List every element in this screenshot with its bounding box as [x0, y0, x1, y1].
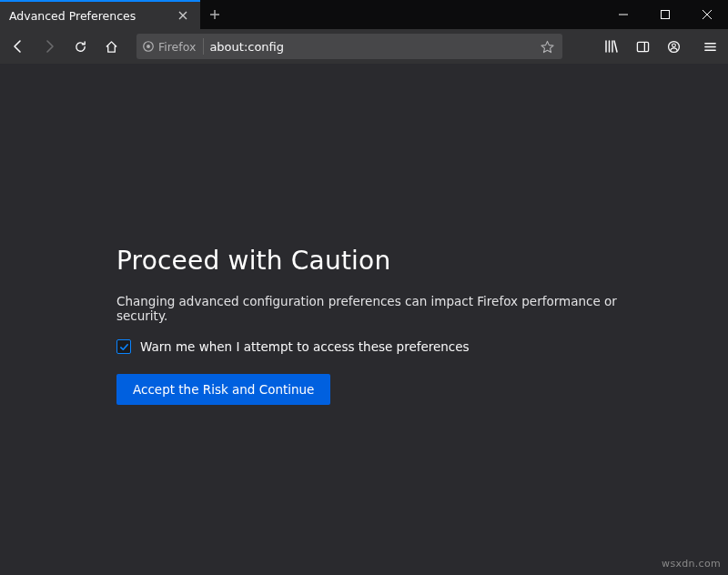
url-input[interactable] [209, 40, 531, 54]
back-button[interactable] [4, 33, 33, 60]
account-button[interactable] [659, 33, 688, 60]
identity-label: Firefox [158, 40, 196, 54]
nav-toolbar: Firefox [0, 29, 728, 64]
tab-active[interactable]: Advanced Preferences [0, 0, 200, 29]
toolbar-right [570, 33, 724, 60]
about-config-warning: Proceed with Caution Changing advanced c… [0, 64, 728, 575]
library-button[interactable] [597, 33, 626, 60]
tab-title: Advanced Preferences [9, 9, 167, 23]
svg-rect-3 [637, 42, 648, 51]
titlebar: Advanced Preferences [0, 0, 728, 29]
warn-checkbox-row[interactable]: Warn me when I attempt to access these p… [116, 339, 728, 354]
firefox-icon [142, 40, 155, 53]
identity-box[interactable]: Firefox [142, 38, 204, 55]
minimize-icon [619, 10, 628, 19]
close-icon [703, 10, 712, 19]
reload-button[interactable] [66, 33, 95, 60]
svg-point-5 [672, 43, 675, 46]
tab-strip: Advanced Preferences [0, 0, 229, 29]
window-maximize-button[interactable] [644, 0, 686, 29]
checkmark-icon [119, 342, 129, 352]
new-tab-button[interactable] [200, 0, 229, 29]
sidebar-icon [636, 40, 650, 54]
tab-close-button[interactable] [175, 7, 191, 24]
bookmark-button[interactable] [537, 40, 557, 54]
watermark: wsxdn.com [662, 558, 721, 570]
warn-checkbox[interactable] [116, 339, 131, 354]
maximize-icon [661, 10, 670, 19]
window-minimize-button[interactable] [602, 0, 644, 29]
close-icon [178, 11, 187, 20]
library-icon [604, 39, 619, 54]
arrow-left-icon [11, 39, 25, 54]
window-controls [602, 0, 728, 29]
hamburger-icon [703, 40, 717, 54]
accept-risk-button[interactable]: Accept the Risk and Continue [116, 374, 330, 405]
warning-title: Proceed with Caution [116, 246, 728, 276]
titlebar-drag-region [229, 0, 602, 29]
app-menu-button[interactable] [695, 33, 724, 60]
plus-icon [209, 9, 220, 20]
home-icon [105, 40, 118, 54]
warn-checkbox-label: Warn me when I attempt to access these p… [140, 339, 470, 354]
home-button[interactable] [96, 33, 126, 60]
forward-button[interactable] [35, 33, 64, 60]
account-icon [667, 40, 681, 54]
sidebars-button[interactable] [628, 33, 657, 60]
star-icon [541, 40, 554, 54]
arrow-right-icon [42, 39, 56, 54]
window-close-button[interactable] [686, 0, 728, 29]
reload-icon [74, 40, 87, 54]
svg-rect-0 [662, 11, 670, 19]
svg-point-2 [147, 45, 150, 48]
url-bar[interactable]: Firefox [136, 34, 562, 59]
warning-text: Changing advanced configuration preferen… [116, 294, 644, 323]
